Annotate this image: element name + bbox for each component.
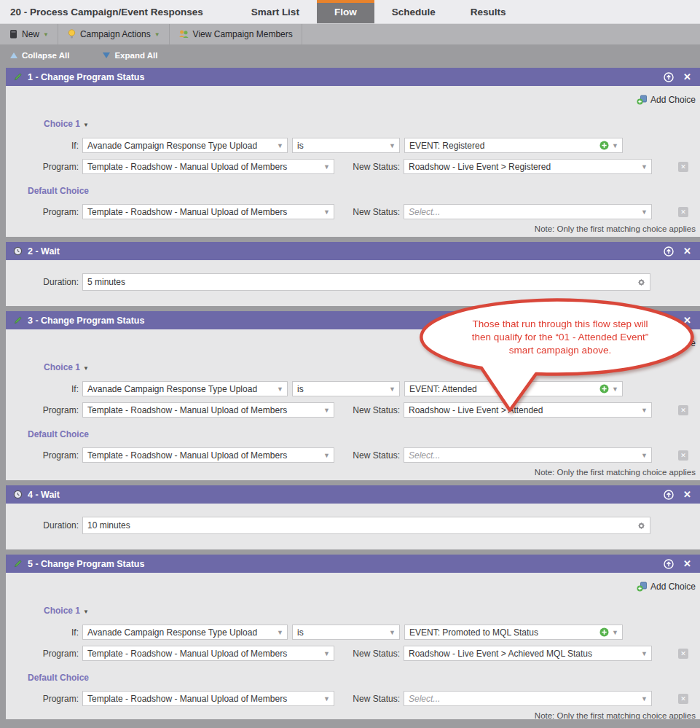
delete-step-icon[interactable]: ✕ <box>683 246 691 256</box>
collapse-step-icon[interactable] <box>664 72 674 82</box>
add-value-icon[interactable] <box>599 627 609 637</box>
campaign-actions-label: Campaign Actions <box>80 29 151 39</box>
step-4-header[interactable]: 4 - Wait ✕ <box>6 485 700 504</box>
gear-icon[interactable] <box>637 278 646 287</box>
remove-choice-icon[interactable]: ✕ <box>678 405 688 415</box>
default-new-status-select[interactable]: Select...▼ <box>404 204 652 219</box>
chevron-down-icon: ▼ <box>83 608 89 615</box>
new-status-label: New Status: <box>334 162 404 172</box>
flow-canvas: 1 - Change Program Status ✕ Add Choice <box>0 66 700 728</box>
duration-input[interactable]: 10 minutes <box>82 517 650 534</box>
add-choice-button[interactable]: Add Choice <box>637 582 696 592</box>
default-choice-label: Default Choice <box>28 429 700 440</box>
default-program-select[interactable]: Template - Roadshow - Manual Upload of M… <box>82 447 334 463</box>
add-value-icon[interactable] <box>599 384 609 394</box>
chevron-down-icon: ▼ <box>323 650 330 657</box>
delete-step-icon[interactable]: ✕ <box>683 72 691 82</box>
chevron-down-icon: ▼ <box>612 385 618 393</box>
add-value-icon[interactable] <box>599 141 609 150</box>
if-attribute-select[interactable]: Avanade Campaign Response Type Upload▼ <box>82 381 288 396</box>
main-toolbar: New ▼ Campaign Actions ▼ View Campaign M… <box>0 24 700 44</box>
new-status-select[interactable]: Roadshow - Live Event > Attended▼ <box>404 402 652 418</box>
view-campaign-members-label: View Campaign Members <box>193 29 293 39</box>
program-select[interactable]: Template - Roadshow - Manual Upload of M… <box>82 402 334 418</box>
choice-1-label[interactable]: Choice 1▼ <box>44 119 700 130</box>
add-choice-icon <box>637 95 648 105</box>
value-select[interactable]: EVENT: Registered ▼ <box>404 138 623 153</box>
new-status-label: New Status: <box>334 694 404 704</box>
default-new-status-select[interactable]: Select...▼ <box>404 691 652 706</box>
choice-1-label[interactable]: Choice 1▼ <box>44 606 700 617</box>
campaign-name-tab[interactable]: 20 - Process Campaign/Event Responses <box>0 0 213 23</box>
step-3-header[interactable]: 3 - Change Program Status ✕ <box>6 311 700 329</box>
add-choice-icon <box>637 582 648 592</box>
operator-select[interactable]: is▼ <box>292 381 400 396</box>
chevron-down-icon: ▼ <box>641 650 648 657</box>
view-campaign-members-button[interactable]: View Campaign Members <box>170 24 302 44</box>
value-select[interactable]: EVENT: Attended ▼ <box>404 381 623 396</box>
program-label: Program: <box>6 405 82 415</box>
operator-select[interactable]: is▼ <box>292 138 400 153</box>
program-label: Program: <box>6 694 82 704</box>
add-choice-button[interactable]: Add Choice <box>637 338 696 348</box>
step-5-header[interactable]: 5 - Change Program Status ✕ <box>6 555 700 573</box>
tab-flow[interactable]: Flow <box>317 0 374 23</box>
add-choice-button[interactable]: Add Choice <box>637 95 696 105</box>
campaign-title-label: 20 - Process Campaign/Event Responses <box>10 7 203 17</box>
expand-all-button[interactable]: Expand All <box>103 51 157 60</box>
chevron-down-icon: ▼ <box>641 452 648 459</box>
step-2-header[interactable]: 2 - Wait ✕ <box>6 242 700 260</box>
program-select[interactable]: Template - Roadshow - Manual Upload of M… <box>82 159 334 174</box>
campaign-actions-button[interactable]: Campaign Actions ▼ <box>58 24 170 44</box>
delete-step-icon[interactable]: ✕ <box>683 559 691 568</box>
chevron-down-icon: ▼ <box>641 407 648 414</box>
tab-smart-list[interactable]: Smart List <box>234 0 317 23</box>
chevron-down-icon: ▼ <box>323 208 330 216</box>
new-status-select[interactable]: Roadshow - Live Event > Achieved MQL Sta… <box>404 646 652 661</box>
flow-step-2: 2 - Wait ✕ Duration: 5 minutes <box>6 242 700 306</box>
if-attribute-select[interactable]: Avanade Campaign Response Type Upload▼ <box>82 138 288 153</box>
remove-choice-icon[interactable]: ✕ <box>678 162 688 172</box>
chevron-down-icon: ▼ <box>389 385 396 393</box>
operator-select[interactable]: is▼ <box>292 625 400 640</box>
chevron-down-icon: ▼ <box>323 407 330 414</box>
delete-step-icon[interactable]: ✕ <box>683 316 691 325</box>
step-title: 2 - Wait <box>28 246 664 257</box>
delete-step-icon[interactable]: ✕ <box>683 490 691 499</box>
default-program-select[interactable]: Template - Roadshow - Manual Upload of M… <box>82 691 334 706</box>
collapse-all-button[interactable]: Collapse All <box>10 51 69 60</box>
collapse-step-icon[interactable] <box>664 316 674 326</box>
program-select[interactable]: Template - Roadshow - Manual Upload of M… <box>82 646 334 661</box>
if-label: If: <box>6 141 82 151</box>
default-new-status-select[interactable]: Select...▼ <box>404 447 652 463</box>
collapse-step-icon[interactable] <box>664 246 674 257</box>
duration-label: Duration: <box>6 520 82 531</box>
new-status-select[interactable]: Roadshow - Live Event > Registered▼ <box>404 159 652 174</box>
change-program-status-icon <box>13 559 23 568</box>
collapse-step-icon[interactable] <box>664 559 674 569</box>
step-1-header[interactable]: 1 - Change Program Status ✕ <box>6 68 700 86</box>
lightbulb-icon <box>67 29 76 39</box>
remove-choice-icon[interactable]: ✕ <box>678 450 688 461</box>
chevron-down-icon: ▼ <box>43 31 49 38</box>
tab-results[interactable]: Results <box>453 0 524 23</box>
step-title: 5 - Change Program Status <box>28 559 664 569</box>
add-choice-icon <box>637 338 648 348</box>
duration-input[interactable]: 5 minutes <box>82 273 650 291</box>
chevron-down-icon: ▼ <box>83 122 89 128</box>
default-program-select[interactable]: Template - Roadshow - Manual Upload of M… <box>82 204 334 219</box>
tab-schedule[interactable]: Schedule <box>374 0 453 23</box>
collapse-step-icon[interactable] <box>664 490 674 500</box>
chevron-down-icon: ▼ <box>641 208 648 216</box>
chevron-down-icon: ▼ <box>323 163 330 171</box>
value-select[interactable]: EVENT: Promoted to MQL Status ▼ <box>404 625 623 640</box>
new-button[interactable]: New ▼ <box>0 24 58 44</box>
step-title: 1 - Change Program Status <box>28 72 664 82</box>
gear-icon[interactable] <box>637 521 646 531</box>
choice-1-label[interactable]: Choice 1▼ <box>44 362 700 373</box>
chevron-down-icon: ▼ <box>277 385 283 393</box>
remove-choice-icon[interactable]: ✕ <box>678 649 688 659</box>
if-attribute-select[interactable]: Avanade Campaign Response Type Upload▼ <box>82 625 288 640</box>
remove-choice-icon[interactable]: ✕ <box>678 207 688 217</box>
remove-choice-icon[interactable]: ✕ <box>678 694 688 704</box>
